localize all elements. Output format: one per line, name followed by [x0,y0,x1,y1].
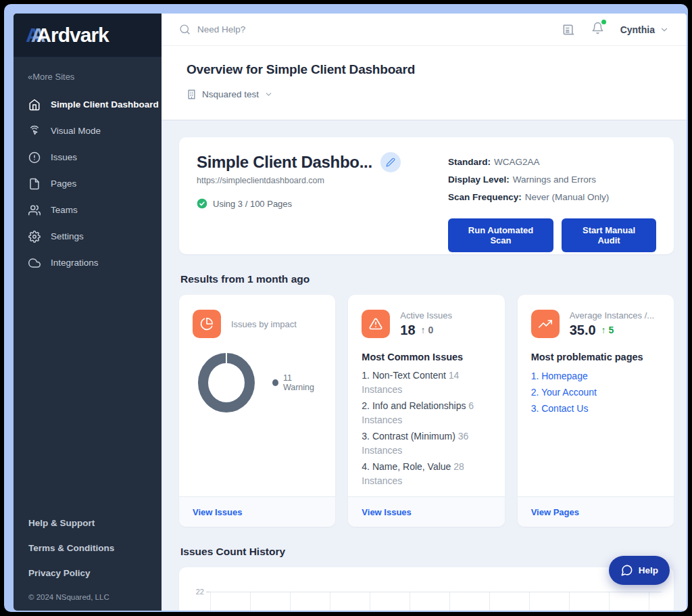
start-manual-audit-button[interactable]: Start Manual Audit [562,218,656,252]
app-window: AAArdvark «More Sites Simple Client Dash… [14,14,687,611]
page-icon [28,178,41,190]
content-area: Simple Client Dashbo... https://simplecl… [162,120,687,611]
sidebar-item-teams[interactable]: Teams [14,197,162,223]
view-pages-link[interactable]: View Pages [531,507,579,517]
sidebar-item-label: Teams [51,205,78,215]
y-axis-tick: 22 [190,588,206,596]
active-issues-title: Active Issues [400,310,452,321]
logo-wordmark: Ardvark [36,24,108,46]
chat-bubble-icon [620,564,633,577]
cloud-icon [28,257,41,269]
sidebar-item-integrations[interactable]: Integrations [14,250,162,276]
more-sites-link[interactable]: «More Sites [14,72,162,82]
window-frame: AAArdvark «More Sites Simple Client Dash… [4,4,688,612]
sidebar-item-label: Simple Client Dashboard [51,99,159,110]
average-instances-value: 35.0 [570,323,596,338]
building-icon [187,89,197,99]
average-instances-footer: View Pages [518,496,674,527]
sidebar-item-visual-mode[interactable]: Visual Mode [14,118,162,144]
issue-name: 4. Name, Role, Value [362,461,451,472]
org-selector-label: Nsquared test [202,89,259,99]
home-icon [28,99,41,111]
site-summary-right: Standard:WCAG2AA Display Level:Warnings … [448,152,656,239]
impact-donut-chart [198,353,255,412]
sidebar-footer: Help & Support Terms & Conditions Privac… [14,518,162,611]
site-summary-left: Simple Client Dashbo... https://simplecl… [197,152,401,239]
sidebar: AAArdvark «More Sites Simple Client Dash… [14,14,162,611]
sidebar-item-label: Visual Mode [51,126,101,136]
issues-count-history-heading: Issues Count History [180,546,674,558]
search-bar [179,24,562,35]
chart-grid [210,592,662,611]
most-common-issues-heading: Most Common Issues [362,352,491,362]
sidebar-item-settings[interactable]: Settings [14,223,162,250]
pie-chart-tile [193,310,221,338]
common-issue-item: 3. Contrast (Minimum) 36 Instances [362,429,491,458]
problematic-pages-heading: Most problematic pages [531,352,660,362]
results-heading: Results from 1 month ago [180,273,674,285]
issue-name: 1. Non-Text Content [362,370,446,381]
issue-name: 3. Contrast (Minimum) [362,431,455,442]
trend-tile [531,310,560,338]
chevron-down-icon [264,90,273,99]
standard-row: Standard:WCAG2AA [448,153,656,171]
users-icon [28,204,41,216]
issues-count-history-chart: 22 [179,567,674,611]
sidebar-item-label: Pages [51,179,76,189]
sidebar-item-pages[interactable]: Pages [14,170,162,197]
help-floating-button[interactable]: Help [609,556,670,585]
sidebar-item-issues[interactable]: Issues [14,144,162,170]
user-name: Cynthia [620,24,655,35]
alert-circle-icon [28,151,41,164]
common-issue-item: 4. Name, Role, Value 28 Instances [362,460,491,488]
display-level-label: Display Level: [448,174,510,185]
sidebar-item-simple-client-dashboard[interactable]: Simple Client Dashboard [14,91,162,118]
legend-label: 11 Warning [283,373,322,392]
problematic-page-link[interactable]: 3. Contact Us [531,401,660,416]
search-input[interactable] [197,24,400,34]
topbar-actions: Cynthia [562,22,669,37]
average-instances-card: Average Instances /... 35.0↑ 5 Most prob… [518,295,674,527]
site-title: Simple Client Dashbo... [197,153,372,172]
active-issues-value: 18 [400,323,415,338]
scan-frequency-row: Scan Frequency:Never (Manual Only) [448,189,656,206]
privacy-policy-link[interactable]: Privacy Policy [28,568,162,578]
user-menu[interactable]: Cynthia [620,24,669,35]
run-automated-scan-button[interactable]: Run Automated Scan [448,218,553,252]
donut-legend: 11 Warning [272,373,322,392]
display-level-value: Warnings and Errors [513,174,596,185]
average-instances-title: Average Instances /... [570,310,655,321]
trending-up-icon [539,317,552,331]
gear-icon [28,231,41,243]
edit-site-button[interactable] [380,152,401,172]
pages-usage-label: Using 3 / 100 Pages [213,199,292,209]
problematic-page-link[interactable]: 1. Homepage [531,369,660,383]
app-logo[interactable]: AAArdvark [26,24,109,47]
view-issues-link[interactable]: View Issues [193,507,242,517]
notifications[interactable] [591,22,604,37]
standard-label: Standard: [448,157,491,167]
pie-chart-icon [200,317,214,331]
news-icon[interactable] [562,23,575,37]
main-area: Cynthia Overview for Simple Client Dashb… [162,14,687,611]
problematic-page-link[interactable]: 2. Your Account [531,385,660,400]
copyright-text: © 2024 NSquared, LLC [28,593,162,601]
common-issue-item: 1. Non-Text Content 14 Instances [362,369,491,397]
pages-usage: Using 3 / 100 Pages [197,198,401,209]
display-level-row: Display Level:Warnings and Errors [448,171,656,189]
page-header: Overview for Simple Client Dashboard Nsq… [162,46,687,120]
sidebar-item-label: Settings [51,231,84,241]
view-issues-link[interactable]: View Issues [362,507,411,517]
active-issues-card: Active Issues 18↑ 0 Most Common Issues 1… [348,295,504,527]
issues-by-impact-card: Issues by impact 11 Warning [179,295,335,527]
pencil-icon [386,158,395,167]
terms-conditions-link[interactable]: Terms & Conditions [28,543,162,553]
logo-bar: AAArdvark [14,14,162,57]
active-issues-footer: View Issues [348,496,504,527]
issue-name: 2. Info and Relationships [362,400,466,411]
help-support-link[interactable]: Help & Support [28,518,162,528]
org-selector[interactable]: Nsquared test [187,89,662,99]
sidebar-nav: «More Sites Simple Client Dashboard Visu… [14,57,162,276]
donut-segment-gap [226,353,227,363]
scan-frequency-label: Scan Frequency: [448,192,522,202]
